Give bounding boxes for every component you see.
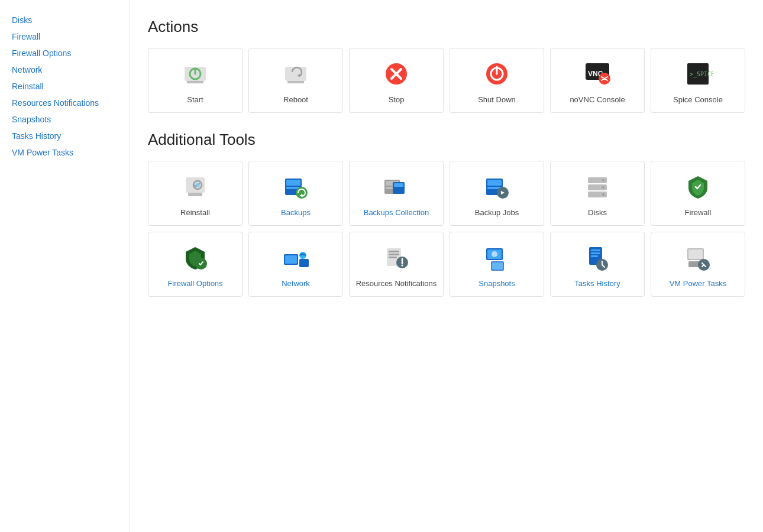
card-resources-notifications-label: Resources Notifications	[356, 279, 437, 289]
svg-rect-59	[591, 255, 598, 257]
card-snapshots-label: Snapshots	[479, 279, 515, 289]
svg-point-50	[402, 264, 403, 266]
card-shutdown-label: Shut Down	[478, 95, 516, 105]
card-backups-label: Backups	[281, 208, 311, 218]
tools-grid: Reinstall Backups Backups Collection B	[148, 161, 745, 297]
svg-rect-48	[389, 257, 397, 258]
backup-jobs-icon	[481, 171, 512, 202]
sidebar-firewall-options[interactable]: Firewall Options	[12, 45, 124, 61]
svg-point-38	[602, 186, 604, 189]
card-novnc-label: noVNC Console	[570, 95, 625, 105]
card-start[interactable]: Start	[148, 48, 243, 113]
svg-rect-29	[394, 183, 403, 187]
actions-grid: Start Reboot Stop Shut Down VNC noVNC Co…	[148, 48, 745, 113]
svg-point-53	[492, 251, 497, 257]
sidebar-reinstall[interactable]: Reinstall	[12, 78, 124, 95]
sidebar-firewall[interactable]: Firewall	[12, 28, 124, 45]
card-novnc[interactable]: VNC noVNC Console	[550, 48, 645, 113]
card-firewall-label: Firewall	[685, 208, 712, 218]
card-resources-notifications[interactable]: Resources Notifications	[349, 232, 444, 297]
svg-rect-21	[286, 180, 300, 186]
svg-rect-31	[487, 180, 502, 186]
svg-rect-62	[688, 249, 703, 259]
svg-point-39	[602, 193, 604, 196]
tools-section: Additional Tools Reinstall Backups	[148, 131, 745, 297]
svg-rect-1	[187, 81, 203, 83]
sidebar-disks[interactable]: Disks	[12, 12, 124, 28]
svg-rect-46	[389, 251, 399, 252]
svg-rect-58	[591, 252, 600, 254]
card-vm-power-tasks[interactable]: VM Power Tasks	[651, 232, 745, 297]
card-snapshots[interactable]: Snapshots	[450, 232, 544, 297]
card-disks[interactable]: Disks	[550, 161, 645, 226]
card-start-label: Start	[187, 95, 203, 105]
start-icon	[180, 59, 211, 89]
sidebar-network[interactable]: Network	[12, 61, 124, 78]
card-disks-label: Disks	[588, 208, 607, 218]
sidebar-snapshots[interactable]: Snapshots	[12, 111, 124, 128]
card-firewall[interactable]: Firewall	[651, 161, 745, 226]
card-vm-power-tasks-label: VM Power Tasks	[670, 279, 727, 289]
svg-rect-57	[591, 249, 600, 251]
card-stop-label: Stop	[389, 95, 405, 105]
sidebar-resources-notifications[interactable]: Resources Notifications	[12, 95, 124, 111]
svg-rect-47	[389, 254, 399, 255]
card-spice-label: Spice Console	[673, 95, 723, 105]
backups-collection-icon	[381, 171, 412, 202]
backups-icon	[280, 171, 311, 202]
card-spice[interactable]: >_SPICE Spice Console	[651, 48, 745, 113]
svg-rect-17	[188, 193, 202, 196]
actions-title: Actions	[148, 18, 745, 36]
network-icon	[280, 242, 311, 273]
card-reboot-label: Reboot	[283, 95, 308, 105]
card-firewall-options[interactable]: Firewall Options	[148, 232, 243, 297]
firewall-options-icon	[180, 242, 211, 273]
card-backup-jobs-label: Backup Jobs	[475, 208, 519, 218]
vm-power-tasks-icon	[683, 242, 713, 273]
firewall-icon	[683, 171, 713, 202]
shutdown-icon	[481, 59, 512, 89]
reboot-icon	[280, 59, 311, 89]
card-firewall-options-label: Firewall Options	[167, 279, 222, 289]
svg-rect-5	[287, 81, 304, 83]
svg-rect-55	[492, 262, 503, 270]
card-tasks-history[interactable]: Tasks History	[550, 232, 645, 297]
svg-rect-43	[299, 259, 309, 267]
stop-icon	[381, 59, 412, 89]
card-stop[interactable]: Stop	[349, 48, 444, 113]
snapshots-icon	[481, 242, 512, 273]
card-shutdown[interactable]: Shut Down	[450, 48, 544, 113]
card-backup-jobs[interactable]: Backup Jobs	[450, 161, 544, 226]
card-backups-collection-label: Backups Collection	[364, 208, 429, 218]
disks-icon	[582, 171, 613, 202]
svg-point-37	[602, 179, 604, 181]
sidebar-tasks-history[interactable]: Tasks History	[12, 128, 124, 144]
card-reboot[interactable]: Reboot	[248, 48, 343, 113]
novnc-icon: VNC	[582, 59, 613, 89]
sidebar-vm-power-tasks[interactable]: VM Power Tasks	[12, 144, 124, 161]
card-tasks-history-label: Tasks History	[574, 279, 620, 289]
sidebar: DisksFirewallFirewall OptionsNetworkRein…	[0, 0, 130, 532]
card-backups-collection[interactable]: Backups Collection	[349, 161, 444, 226]
tasks-history-icon	[582, 242, 613, 273]
main-content: Actions Start Reboot Stop Shut Down V	[130, 0, 763, 532]
tools-title: Additional Tools	[148, 131, 745, 149]
card-reinstall-label: Reinstall	[180, 208, 210, 218]
card-backups[interactable]: Backups	[248, 161, 343, 226]
svg-rect-42	[285, 255, 297, 264]
card-network-label: Network	[282, 279, 310, 289]
svg-point-19	[195, 183, 200, 187]
actions-section: Actions Start Reboot Stop Shut Down V	[148, 18, 745, 113]
card-reinstall[interactable]: Reinstall	[148, 161, 243, 226]
spice-icon: >_SPICE	[683, 59, 713, 89]
reinstall-icon	[180, 171, 211, 202]
resources-notifications-icon	[381, 242, 412, 273]
svg-text:>_SPICE: >_SPICE	[690, 71, 713, 78]
svg-rect-4	[285, 67, 306, 81]
card-network[interactable]: Network	[248, 232, 343, 297]
